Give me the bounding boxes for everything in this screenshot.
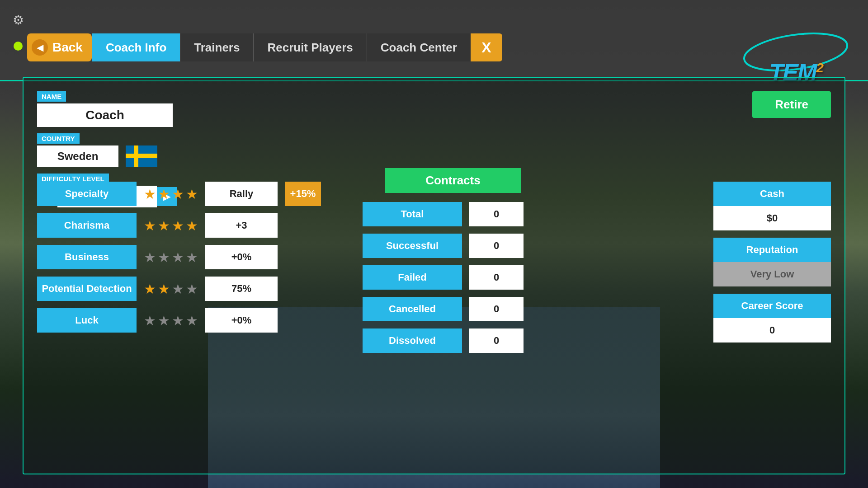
- cancelled-value: 0: [469, 297, 524, 321]
- contracts-section: Contracts Total 0 Successful 0 Failed 0 …: [363, 168, 543, 360]
- sweden-flag-icon: [126, 145, 157, 167]
- reputation-value: Very Low: [713, 262, 831, 286]
- star-3: ★: [172, 249, 184, 265]
- dissolved-label: Dissolved: [363, 328, 462, 353]
- total-row: Total 0: [363, 202, 543, 226]
- potential-detection-stars: ★ ★ ★ ★: [144, 281, 198, 297]
- failed-row: Failed 0: [363, 265, 543, 290]
- luck-value: +0%: [205, 308, 278, 333]
- logo: TEM2: [741, 32, 850, 72]
- gear-icon[interactable]: ⚙: [13, 13, 24, 28]
- dissolved-row: Dissolved 0: [363, 328, 543, 353]
- back-label: Back: [52, 40, 83, 55]
- total-label: Total: [363, 202, 462, 226]
- star-4: ★: [186, 281, 198, 297]
- country-row: Sweden: [37, 145, 218, 167]
- status-dot: [14, 42, 23, 51]
- cash-value: $0: [713, 206, 831, 230]
- dissolved-value: 0: [469, 328, 524, 353]
- tab-trainers[interactable]: Trainers: [180, 33, 253, 61]
- business-stars: ★ ★ ★ ★: [144, 249, 198, 265]
- specialty-stars: ★ ★ ★ ★: [144, 186, 198, 202]
- star-4: ★: [186, 249, 198, 265]
- cash-block: Cash $0: [713, 182, 831, 230]
- specialty-bonus: +15%: [285, 182, 321, 206]
- career-score-value: 0: [713, 318, 831, 343]
- right-stats-section: Cash $0 Reputation Very Low Career Score…: [713, 182, 831, 350]
- name-label: NAME: [37, 91, 66, 102]
- reputation-label: Reputation: [713, 238, 831, 262]
- retire-button[interactable]: Retire: [752, 91, 831, 118]
- close-button[interactable]: X: [471, 33, 502, 61]
- potential-detection-value: 75%: [205, 277, 278, 301]
- back-arrow-icon: ◀: [32, 39, 48, 56]
- failed-label: Failed: [363, 265, 462, 290]
- cancelled-row: Cancelled 0: [363, 297, 543, 321]
- successful-value: 0: [469, 234, 524, 258]
- luck-stars: ★ ★ ★ ★: [144, 313, 198, 328]
- star-2: ★: [158, 281, 170, 297]
- successful-row: Successful 0: [363, 234, 543, 258]
- star-3: ★: [172, 313, 184, 328]
- charisma-label: Charisma: [37, 213, 137, 238]
- career-score-block: Career Score 0: [713, 294, 831, 343]
- star-1: ★: [144, 249, 156, 265]
- star-2: ★: [158, 186, 170, 202]
- star-2: ★: [158, 218, 170, 234]
- star-4: ★: [186, 186, 198, 202]
- charisma-value: +3: [205, 213, 278, 238]
- star-1: ★: [144, 218, 156, 234]
- total-value: 0: [469, 202, 524, 226]
- star-4: ★: [186, 218, 198, 234]
- star-1: ★: [144, 186, 156, 202]
- business-label: Business: [37, 245, 137, 269]
- star-2: ★: [158, 249, 170, 265]
- potential-detection-label: Potential Detection: [37, 277, 137, 301]
- tab-coach-info[interactable]: Coach Info: [92, 33, 180, 61]
- contracts-header: Contracts: [385, 168, 521, 193]
- star-3: ★: [172, 186, 184, 202]
- tab-coach-center[interactable]: Coach Center: [367, 33, 471, 61]
- navigation: ◀ Back Coach Info Trainers Recruit Playe…: [27, 33, 502, 61]
- specialty-value: Rally: [205, 182, 278, 206]
- career-score-label: Career Score: [713, 294, 831, 318]
- coach-name: Coach: [37, 103, 173, 127]
- cash-label: Cash: [713, 182, 831, 206]
- tab-recruit-players[interactable]: Recruit Players: [253, 33, 366, 61]
- failed-value: 0: [469, 265, 524, 290]
- star-1: ★: [144, 281, 156, 297]
- star-3: ★: [172, 218, 184, 234]
- successful-label: Successful: [363, 234, 462, 258]
- back-button[interactable]: ◀ Back: [27, 33, 92, 61]
- luck-label: Luck: [37, 308, 137, 333]
- specialty-label: Specialty: [37, 182, 137, 206]
- cancelled-label: Cancelled: [363, 297, 462, 321]
- star-2: ★: [158, 313, 170, 328]
- main-panel: Retire NAME Coach COUNTRY Sweden DIFFICU…: [23, 77, 845, 474]
- star-1: ★: [144, 313, 156, 328]
- country-label: COUNTRY: [37, 133, 80, 144]
- business-value: +0%: [205, 245, 278, 269]
- charisma-stars: ★ ★ ★ ★: [144, 218, 198, 234]
- star-4: ★: [186, 313, 198, 328]
- country-value: Sweden: [37, 145, 118, 167]
- star-3: ★: [172, 281, 184, 297]
- reputation-block: Reputation Very Low: [713, 238, 831, 286]
